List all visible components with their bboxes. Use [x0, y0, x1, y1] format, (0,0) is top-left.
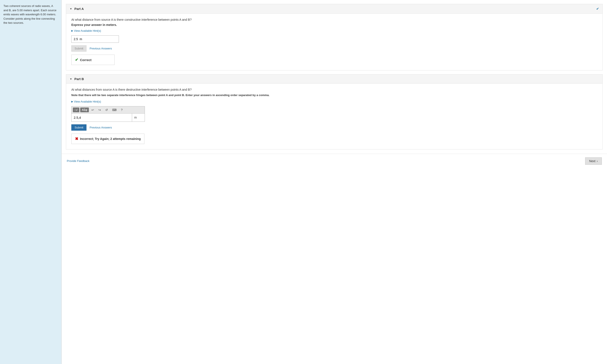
- math-reset-button[interactable]: ↺: [104, 107, 110, 113]
- part-b-answer-input[interactable]: [71, 114, 132, 122]
- part-b-note: Note that there will be two separate int…: [71, 93, 597, 97]
- part-a-submit-button[interactable]: Submit: [71, 45, 86, 52]
- part-b-hint-link[interactable]: ▶ View Available Hint(s): [71, 100, 101, 103]
- part-b-math-input-wrapper: □√ ΑΣφ ↩ ↪ ↺ ⌨: [71, 106, 145, 122]
- part-b-question: At what distances from source A is there…: [71, 88, 597, 91]
- part-b-math-toolbar: □√ ΑΣφ ↩ ↪ ↺ ⌨: [71, 106, 145, 114]
- math-symbol-button[interactable]: ΑΣφ: [80, 107, 89, 112]
- part-b-hint-arrow-icon: ▶: [71, 100, 73, 103]
- correct-checkmark-icon: ✔: [75, 57, 78, 62]
- part-a-chevron-icon: ▼: [69, 7, 72, 10]
- part-b-incorrect-box: ✖ Incorrect; Try Again; 2 attempts remai…: [71, 134, 144, 144]
- part-a-input-row: [71, 35, 597, 43]
- math-undo-button[interactable]: ↩: [90, 107, 96, 113]
- part-b-hint-label: View Available Hint(s): [74, 100, 101, 103]
- math-fraction-button[interactable]: □√: [73, 107, 79, 112]
- help-icon: ?: [121, 108, 123, 112]
- part-b-header[interactable]: ▼ Part B: [66, 75, 603, 84]
- part-a-instruction: Express your answer in meters.: [71, 23, 597, 26]
- part-a-header[interactable]: ▼ Part A ✔: [66, 4, 603, 13]
- part-a-correct-box: ✔ Correct: [71, 55, 115, 65]
- undo-icon: ↩: [91, 108, 94, 112]
- part-a-question: At what distance from source A is there …: [71, 18, 597, 21]
- part-b-section: ▼ Part B At what distances from source A…: [66, 74, 603, 149]
- part-b-title: Part B: [74, 77, 84, 81]
- part-a-section: ▼ Part A ✔ At what distance from source …: [66, 4, 603, 70]
- part-a-prev-answers-link[interactable]: Previous Answers: [89, 47, 112, 50]
- sidebar: Two coherent sources of radio waves, A a…: [0, 0, 62, 364]
- correct-label: Correct: [80, 58, 91, 62]
- math-redo-button[interactable]: ↪: [97, 107, 103, 113]
- part-a-complete-icon: ✔: [596, 7, 599, 11]
- main-content: ▼ Part A ✔ At what distance from source …: [62, 0, 607, 364]
- part-a-hint-label: View Available Hint(s): [74, 29, 101, 32]
- keyboard-icon: ⌨: [112, 108, 117, 112]
- incorrect-label: Incorrect; Try Again; 2 attempts remaini…: [80, 137, 141, 141]
- reset-icon: ↺: [105, 108, 108, 112]
- part-a-submit-row: Submit Previous Answers: [71, 45, 597, 52]
- part-a-answer-input[interactable]: [71, 35, 119, 43]
- part-b-submit-row: Submit Previous Answers: [71, 124, 597, 131]
- next-label: Next: [589, 159, 595, 163]
- incorrect-x-icon: ✖: [75, 136, 78, 141]
- part-b-math-input-wrapper-row: □√ ΑΣφ ↩ ↪ ↺ ⌨: [71, 106, 597, 122]
- part-a-hint-link[interactable]: ▶ View Available Hint(s): [71, 29, 101, 32]
- redo-icon: ↪: [98, 108, 101, 112]
- part-b-math-field-row: m: [71, 114, 145, 122]
- part-b-chevron-icon: ▼: [69, 78, 72, 80]
- math-keyboard-button[interactable]: ⌨: [110, 107, 118, 113]
- part-b-submit-button[interactable]: Submit: [71, 124, 86, 131]
- footer-bar: Provide Feedback Next ›: [62, 154, 607, 168]
- math-help-button[interactable]: ?: [119, 107, 124, 113]
- next-arrow-icon: ›: [597, 159, 598, 163]
- part-a-title: Part A: [74, 7, 84, 11]
- problem-text: Two coherent sources of radio waves, A a…: [3, 4, 58, 25]
- part-b-unit-label: m: [132, 114, 139, 121]
- next-button[interactable]: Next ›: [585, 157, 602, 165]
- page-layout: Two coherent sources of radio waves, A a…: [0, 0, 607, 364]
- part-b-prev-answers-link[interactable]: Previous Answers: [89, 126, 112, 129]
- part-a-body: At what distance from source A is there …: [66, 13, 603, 70]
- part-a-hint-arrow-icon: ▶: [71, 29, 73, 32]
- part-b-body: At what distances from source A is there…: [66, 84, 603, 149]
- provide-feedback-link[interactable]: Provide Feedback: [67, 159, 89, 163]
